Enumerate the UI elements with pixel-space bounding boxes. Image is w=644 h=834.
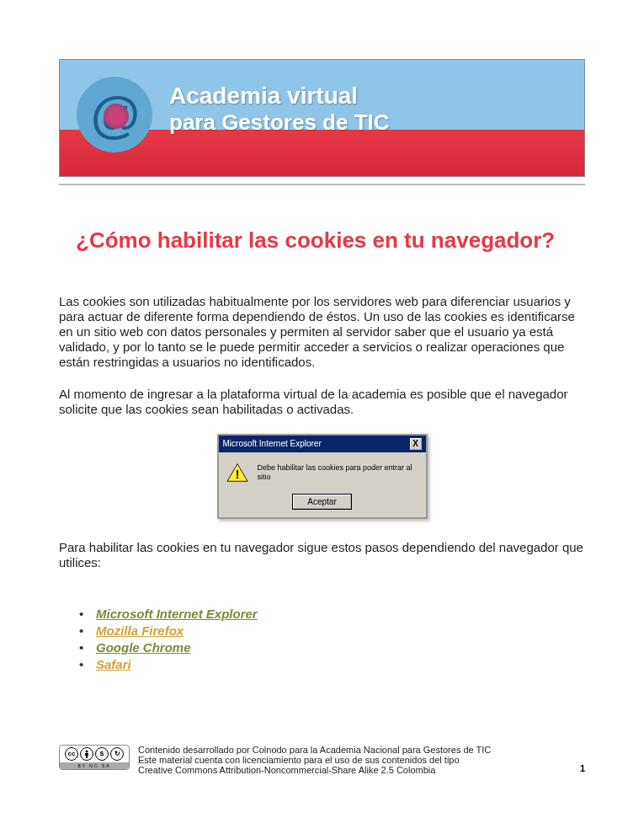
page-title: ¿Cómo habilitar las cookies en tu navega… bbox=[76, 227, 585, 254]
dialog-message: Debe habilitar las cookies para poder en… bbox=[258, 463, 419, 482]
paragraph-2: Al momento de ingresar a la plataforma v… bbox=[59, 387, 585, 417]
list-item: •Google Chrome bbox=[79, 639, 585, 656]
list-item: •Mozilla Firefox bbox=[79, 623, 585, 639]
sa-icon: ↻ bbox=[110, 747, 124, 761]
ie-cookie-dialog: Microsoft Internet Explorer X ! Debe hab… bbox=[217, 434, 428, 519]
svg-text:!: ! bbox=[235, 468, 239, 481]
cc-icon: cc bbox=[65, 747, 78, 761]
dialog-titlebar: Microsoft Internet Explorer X bbox=[219, 436, 426, 452]
link-ie[interactable]: Microsoft Internet Explorer bbox=[96, 607, 258, 621]
link-firefox[interactable]: Mozilla Firefox bbox=[96, 623, 184, 638]
footer-line1: Contenido desarrollado por Colnodo para … bbox=[138, 745, 491, 755]
banner-line1: Academia virtual bbox=[169, 83, 390, 110]
browser-list: •Microsoft Internet Explorer •Mozilla Fi… bbox=[79, 606, 585, 673]
banner-text: Academia virtual para Gestores de TIC bbox=[169, 83, 390, 136]
link-chrome[interactable]: Google Chrome bbox=[96, 640, 191, 655]
list-item: •Safari bbox=[79, 656, 585, 673]
divider bbox=[59, 184, 585, 185]
banner-line2: para Gestores de TIC bbox=[169, 110, 390, 136]
link-safari[interactable]: Safari bbox=[96, 657, 131, 671]
svg-point-2 bbox=[86, 750, 88, 752]
cc-license-badge: cc $ ↻ BY NC SA bbox=[59, 745, 130, 770]
paragraph-3: Para habilitar las cookies en tu navegad… bbox=[59, 540, 585, 570]
cc-label: BY NC SA bbox=[60, 762, 129, 769]
dialog-title: Microsoft Internet Explorer bbox=[223, 439, 322, 449]
paragraph-1: Las cookies son utilizadas habitualmente… bbox=[59, 294, 585, 370]
footer-line2: Este material cuenta con licenciamiento … bbox=[138, 755, 491, 765]
page-number: 1 bbox=[580, 763, 585, 773]
footer: cc $ ↻ BY NC SA Contenido desarrollado p… bbox=[59, 745, 585, 775]
warning-icon: ! bbox=[226, 462, 249, 483]
at-logo-icon: @ bbox=[77, 77, 152, 152]
footer-text: Contenido desarrollado por Colnodo para … bbox=[138, 745, 491, 775]
close-icon[interactable]: X bbox=[410, 438, 422, 450]
accept-button[interactable]: Aceptar bbox=[293, 495, 350, 509]
nc-icon: $ bbox=[95, 747, 109, 761]
header-banner: @ Academia virtual para Gestores de TIC bbox=[59, 59, 585, 177]
by-icon bbox=[80, 747, 93, 761]
footer-line3: Creative Commons Attribution-Noncommerci… bbox=[138, 765, 491, 775]
list-item: •Microsoft Internet Explorer bbox=[79, 606, 585, 623]
